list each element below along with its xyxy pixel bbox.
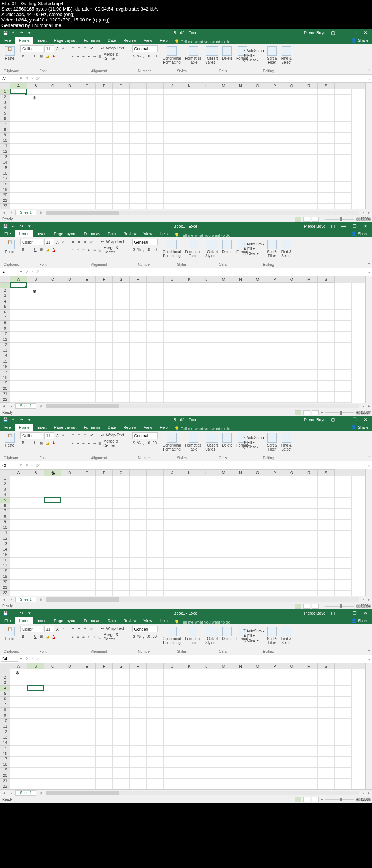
- save-icon[interactable]: 💾: [3, 30, 8, 35]
- sheet-tab[interactable]: Sheet1: [15, 210, 36, 215]
- share-button[interactable]: 👤 Share: [348, 36, 372, 44]
- sheet-nav-prev-icon[interactable]: ◂: [0, 791, 8, 795]
- row-header[interactable]: 18: [0, 182, 10, 187]
- row-header[interactable]: 9: [0, 133, 10, 138]
- number-format-select[interactable]: General: [132, 239, 158, 245]
- row-header[interactable]: 21: [0, 779, 10, 784]
- orientation-icon[interactable]: ⤢: [89, 432, 94, 437]
- tell-me-search[interactable]: 💡 Tell me what you want to do: [174, 426, 230, 431]
- data-tab[interactable]: Data: [104, 230, 120, 237]
- row-header[interactable]: 7: [0, 702, 10, 708]
- number-format-select[interactable]: General: [132, 626, 158, 632]
- orientation-icon[interactable]: ⤢: [89, 45, 94, 51]
- fill-button[interactable]: ⬇ Fill ▾: [243, 440, 264, 444]
- borders-icon[interactable]: ⊞: [39, 634, 44, 639]
- align-middle-icon[interactable]: ≡: [77, 626, 82, 631]
- column-header[interactable]: M: [215, 276, 232, 283]
- column-header[interactable]: L: [198, 276, 215, 283]
- align-left-icon[interactable]: ≡: [70, 634, 75, 639]
- merge-center-button[interactable]: Merge & Center: [103, 52, 128, 61]
- row-header[interactable]: 12: [0, 343, 10, 348]
- decrease-indent-icon[interactable]: ⇤: [87, 247, 91, 252]
- undo-icon[interactable]: ↶: [11, 224, 16, 229]
- cancel-formula-icon[interactable]: ✕: [25, 269, 29, 274]
- column-header[interactable]: G: [113, 83, 130, 89]
- zoom-slider[interactable]: [325, 606, 354, 607]
- borders-icon[interactable]: ⊞: [39, 247, 44, 252]
- clear-button[interactable]: ◇ Clear ▾: [243, 445, 264, 449]
- zoom-slider[interactable]: [325, 799, 354, 800]
- row-header[interactable]: 13: [0, 735, 10, 740]
- scroll-left-icon[interactable]: ◂: [360, 597, 366, 601]
- clear-button[interactable]: ◇ Clear ▾: [243, 639, 264, 643]
- align-left-icon[interactable]: ≡: [70, 247, 75, 252]
- column-header[interactable]: J: [164, 663, 181, 669]
- worksheet-grid[interactable]: [10, 283, 365, 403]
- column-header[interactable]: A: [10, 83, 27, 89]
- row-header[interactable]: 12: [0, 729, 10, 735]
- column-header[interactable]: R: [300, 276, 318, 283]
- user-name[interactable]: Pierce Boyd: [304, 611, 326, 615]
- font-size-select[interactable]: 11: [44, 45, 54, 52]
- help-tab[interactable]: Help: [156, 37, 171, 44]
- column-header[interactable]: I: [147, 83, 164, 89]
- percent-icon[interactable]: %: [137, 247, 141, 252]
- row-header[interactable]: 13: [0, 541, 10, 547]
- help-tab[interactable]: Help: [156, 424, 171, 431]
- row-header[interactable]: 17: [0, 370, 10, 375]
- file-tab[interactable]: File: [0, 424, 15, 431]
- row-header[interactable]: 18: [0, 375, 10, 381]
- column-header[interactable]: A: [10, 469, 27, 476]
- row-header[interactable]: 17: [0, 757, 10, 762]
- row-header[interactable]: 12: [0, 536, 10, 541]
- column-header[interactable]: B: [27, 83, 44, 89]
- enter-formula-icon[interactable]: ✓: [31, 656, 34, 661]
- column-header[interactable]: E: [78, 663, 96, 669]
- align-middle-icon[interactable]: ≡: [77, 239, 82, 244]
- decrease-decimal-icon[interactable]: .00: [151, 247, 157, 252]
- row-header[interactable]: 6: [0, 116, 10, 122]
- column-header[interactable]: K: [181, 663, 198, 669]
- page-layout-view-icon[interactable]: [303, 217, 310, 222]
- close-icon[interactable]: ✕: [362, 29, 369, 36]
- column-header[interactable]: M: [215, 663, 232, 669]
- format-as-table-button[interactable]: Format as Table: [183, 626, 203, 645]
- column-header[interactable]: G: [113, 276, 130, 283]
- clear-button[interactable]: ◇ Clear ▾: [243, 58, 264, 62]
- scroll-right-icon[interactable]: ▸: [366, 791, 372, 795]
- vertical-scrollbar[interactable]: [365, 276, 372, 403]
- page-layout-view-icon[interactable]: [303, 797, 310, 802]
- row-header[interactable]: 9: [0, 326, 10, 332]
- column-header[interactable]: Q: [283, 663, 300, 669]
- font-color-icon[interactable]: A: [51, 53, 56, 59]
- share-button[interactable]: 👤 Share: [348, 230, 372, 237]
- decrease-font-icon[interactable]: ᴬ: [61, 46, 66, 51]
- scroll-left-icon[interactable]: ◂: [360, 404, 366, 408]
- row-header[interactable]: 2: [0, 288, 10, 293]
- column-header[interactable]: O: [249, 663, 266, 669]
- row-header[interactable]: 2: [0, 481, 10, 487]
- column-header[interactable]: H: [130, 83, 147, 89]
- row-header[interactable]: 9: [0, 520, 10, 525]
- increase-indent-icon[interactable]: ⇥: [92, 247, 97, 252]
- help-tab[interactable]: Help: [156, 617, 171, 624]
- sheet-nav-next-icon[interactable]: ▸: [8, 597, 15, 601]
- column-header[interactable]: K: [181, 276, 198, 283]
- increase-decimal-icon[interactable]: .0: [147, 247, 150, 252]
- row-header[interactable]: 22: [0, 591, 10, 596]
- user-name[interactable]: Pierce Boyd: [304, 417, 326, 422]
- minimize-icon[interactable]: —: [340, 29, 347, 36]
- wrap-text-button[interactable]: Wrap Text: [106, 239, 124, 244]
- autosum-button[interactable]: Σ AutoSum ▾: [243, 629, 264, 633]
- row-header[interactable]: 5: [0, 111, 10, 116]
- close-icon[interactable]: ✕: [362, 223, 369, 229]
- user-name[interactable]: Pierce Boyd: [304, 224, 326, 228]
- percent-icon[interactable]: %: [137, 53, 141, 59]
- normal-view-icon[interactable]: [295, 604, 301, 609]
- page-layout-tab[interactable]: Page Layout: [50, 37, 80, 44]
- column-header[interactable]: J: [164, 469, 181, 476]
- wrap-text-button[interactable]: Wrap Text: [106, 626, 124, 631]
- formulas-tab[interactable]: Formulas: [80, 230, 104, 237]
- column-header[interactable]: E: [78, 469, 96, 476]
- maximize-icon[interactable]: ❐: [351, 416, 358, 423]
